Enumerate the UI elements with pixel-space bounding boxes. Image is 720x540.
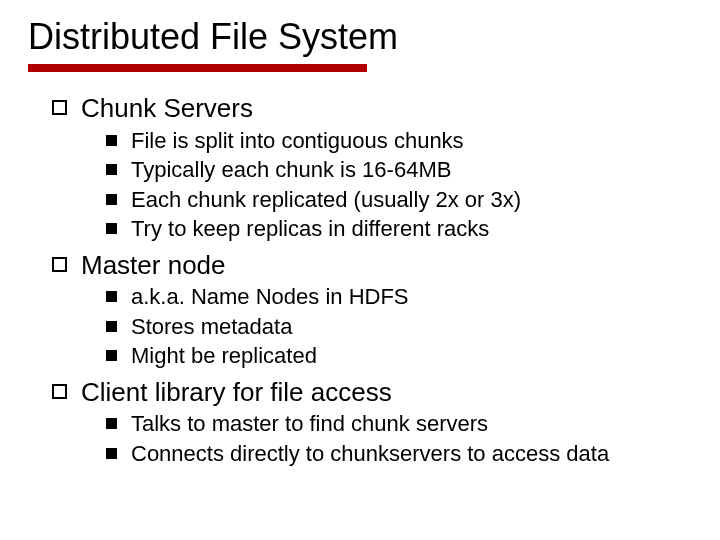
list-item: Talks to master to find chunk servers (106, 410, 692, 438)
list-item-text: Connects directly to chunkservers to acc… (131, 440, 609, 468)
list-item-text: Typically each chunk is 16-64MB (131, 156, 451, 184)
slide: Distributed File System Chunk Servers Fi… (0, 0, 720, 467)
filled-square-icon (106, 418, 117, 429)
list-item: Try to keep replicas in different racks (106, 215, 692, 243)
filled-square-icon (106, 164, 117, 175)
list-item: Typically each chunk is 16-64MB (106, 156, 692, 184)
filled-square-icon (106, 223, 117, 234)
list-item-text: Might be replicated (131, 342, 317, 370)
section-heading: Master node (52, 249, 692, 282)
list-item: a.k.a. Name Nodes in HDFS (106, 283, 692, 311)
list-item-text: Talks to master to find chunk servers (131, 410, 488, 438)
list-item: Might be replicated (106, 342, 692, 370)
section-heading-text: Client library for file access (81, 376, 392, 409)
list-item: Stores metadata (106, 313, 692, 341)
list-item-text: Try to keep replicas in different racks (131, 215, 489, 243)
list-item: Connects directly to chunkservers to acc… (106, 440, 692, 468)
filled-square-icon (106, 321, 117, 332)
filled-square-icon (106, 194, 117, 205)
list-item-text: Stores metadata (131, 313, 292, 341)
list-item: File is split into contiguous chunks (106, 127, 692, 155)
section-heading-text: Master node (81, 249, 226, 282)
list-item-text: File is split into contiguous chunks (131, 127, 464, 155)
filled-square-icon (106, 291, 117, 302)
list-item-text: Each chunk replicated (usually 2x or 3x) (131, 186, 521, 214)
hollow-square-icon (52, 257, 67, 272)
hollow-square-icon (52, 384, 67, 399)
title-underline (28, 64, 367, 72)
filled-square-icon (106, 350, 117, 361)
list-item-text: a.k.a. Name Nodes in HDFS (131, 283, 409, 311)
filled-square-icon (106, 135, 117, 146)
section-heading-text: Chunk Servers (81, 92, 253, 125)
section-heading: Client library for file access (52, 376, 692, 409)
list-item: Each chunk replicated (usually 2x or 3x) (106, 186, 692, 214)
hollow-square-icon (52, 100, 67, 115)
slide-title: Distributed File System (28, 16, 692, 58)
filled-square-icon (106, 448, 117, 459)
section-heading: Chunk Servers (52, 92, 692, 125)
